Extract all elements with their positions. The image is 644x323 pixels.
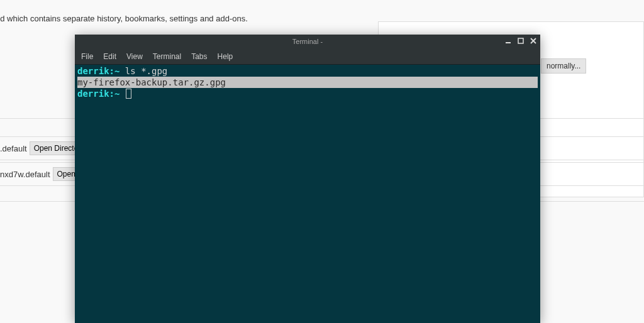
profile-name-2: nxd7w.default [0, 170, 50, 179]
command-2 [119, 89, 125, 99]
terminal-line-2: derrik:~ [77, 88, 538, 99]
terminal-line-1: derrik:~ ls *.gpg [77, 65, 538, 77]
terminal-output-1: my-firefox-backup.tar.gz.gpg [77, 77, 538, 88]
menu-tabs[interactable]: Tabs [191, 52, 207, 61]
minimize-icon[interactable] [504, 36, 513, 45]
close-icon[interactable] [529, 36, 538, 45]
cursor-icon [126, 89, 131, 99]
terminal-menubar: File Edit View Terminal Tabs Help [75, 48, 540, 65]
menu-terminal[interactable]: Terminal [153, 52, 181, 61]
maximize-icon[interactable] [516, 36, 525, 45]
window-controls [504, 36, 538, 45]
terminal-window: Terminal - File Edit View Terminal Tabs … [75, 35, 540, 323]
prompt-1: derrik:~ [77, 66, 119, 76]
terminal-body[interactable]: derrik:~ ls *.gpg my-firefox-backup.tar.… [75, 65, 540, 323]
svg-rect-1 [518, 38, 523, 43]
prompt-2: derrik:~ [77, 89, 119, 99]
restart-normally-button[interactable]: normally... [541, 58, 586, 74]
command-1: ls *.gpg [119, 66, 167, 76]
svg-rect-0 [506, 42, 511, 43]
menu-view[interactable]: View [126, 52, 143, 61]
menu-file[interactable]: File [81, 52, 93, 61]
terminal-titlebar[interactable]: Terminal - [75, 35, 540, 48]
profile-name-1: .default [0, 144, 27, 153]
menu-help[interactable]: Help [218, 52, 233, 61]
profile-description-text: rld which contains separate history, boo… [0, 14, 248, 23]
terminal-title: Terminal - [292, 38, 323, 45]
menu-edit[interactable]: Edit [103, 52, 116, 61]
